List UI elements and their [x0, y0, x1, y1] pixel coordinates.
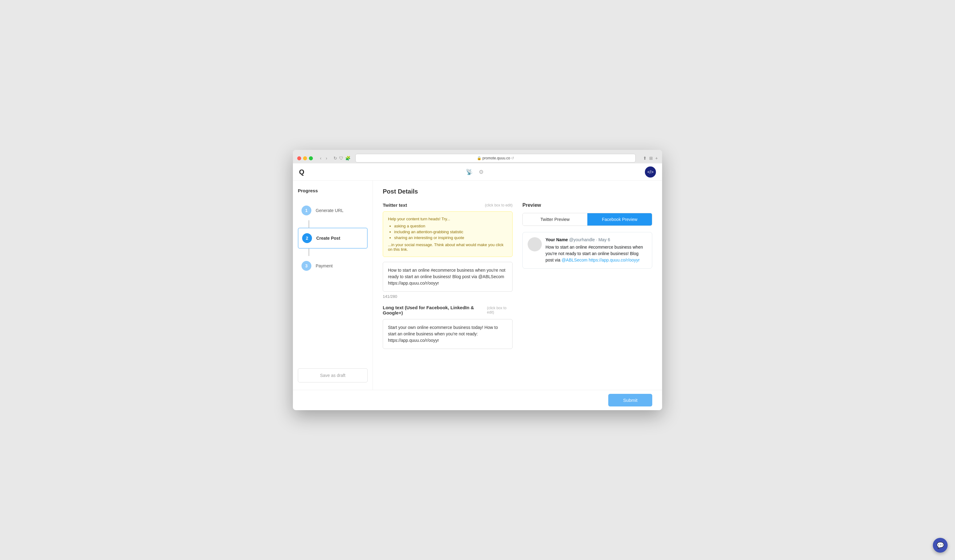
- tip-item-2: including an attention-grabbing statisti…: [394, 230, 507, 234]
- twitter-card-content: Your Name @yourhandle · May 6 How to sta…: [545, 237, 647, 263]
- close-button[interactable]: [297, 156, 301, 160]
- tip-footer: ...in your social message. Think about w…: [388, 242, 507, 252]
- url-display: promote.quuu.co: [482, 156, 510, 160]
- char-count: 141/280: [383, 294, 513, 299]
- step-payment[interactable]: 3 Payment: [298, 256, 368, 276]
- page-title: Post Details: [383, 188, 652, 195]
- save-draft-section: Save as draft: [298, 362, 368, 382]
- long-text-label: Long text (Used for Facebook, LinkedIn &…: [383, 305, 487, 315]
- step-2-label: Create Post: [316, 236, 340, 241]
- step-generate-url[interactable]: 1 Generate URL: [298, 200, 368, 220]
- step-3-label: Payment: [316, 263, 333, 268]
- step-3-circle: 3: [302, 261, 312, 271]
- step-2-circle: 2: [302, 233, 312, 243]
- sidebar: Progress 1 Generate URL 2 Create Post 3: [293, 181, 373, 390]
- twitter-date-value: May 6: [598, 237, 610, 242]
- preview-title: Preview: [523, 202, 652, 208]
- submit-button[interactable]: Submit: [608, 394, 652, 407]
- progress-title: Progress: [298, 188, 368, 193]
- extension-icon: 🧩: [345, 156, 351, 161]
- app-header: Q 📡 ⚙ </>: [293, 163, 662, 181]
- main-content: Post Details Twitter text (click box to …: [373, 181, 662, 390]
- step-create-post[interactable]: 2 Create Post: [298, 228, 368, 249]
- user-avatar[interactable]: </>: [645, 166, 656, 178]
- app-footer: Submit: [293, 390, 662, 410]
- twitter-date: ·: [596, 237, 598, 242]
- step-connector-1: [308, 220, 309, 228]
- left-column: Twitter text (click box to edit) Help yo…: [383, 202, 513, 349]
- twitter-preview-tab[interactable]: Twitter Preview: [523, 213, 587, 225]
- settings-icon: ⚙: [479, 169, 484, 175]
- twitter-text-section-header: Twitter text (click box to edit): [383, 202, 513, 208]
- signal-icon: 📡: [466, 169, 473, 175]
- reload-button[interactable]: ↻: [333, 156, 337, 161]
- twitter-name: Your Name: [545, 237, 568, 242]
- long-text-section-header: Long text (Used for Facebook, LinkedIn &…: [383, 305, 513, 315]
- chat-icon: 💬: [936, 541, 944, 549]
- long-text-content-box[interactable]: Start your own online ecommerce business…: [383, 319, 513, 349]
- click-to-edit-hint: (click box to edit): [485, 203, 513, 207]
- minimize-button[interactable]: [303, 156, 307, 160]
- twitter-preview-card: Your Name @yourhandle · May 6 How to sta…: [523, 232, 652, 269]
- twitter-avatar: [528, 237, 542, 251]
- forward-button[interactable]: ›: [324, 155, 329, 161]
- reload-icon: ↺: [511, 156, 514, 160]
- twitter-text-label: Twitter text: [383, 202, 407, 208]
- chat-bubble-button[interactable]: 💬: [933, 538, 948, 553]
- twitter-card-text: How to start an online #ecommerce busine…: [545, 244, 647, 263]
- right-column: Preview Twitter Preview Facebook Preview…: [523, 202, 652, 349]
- shield-icon: 🛡: [339, 156, 343, 161]
- tweet-content-box[interactable]: How to start an online #ecommerce busine…: [383, 262, 513, 292]
- address-bar[interactable]: 🔒 promote.quuu.co ↺: [355, 154, 635, 163]
- tip-item-3: sharing an interesting or inspiring quot…: [394, 235, 507, 240]
- preview-tabs: Twitter Preview Facebook Preview: [523, 213, 652, 226]
- tip-item-1: asking a question: [394, 224, 507, 228]
- tab-overview-button[interactable]: ⊞: [649, 156, 653, 161]
- app-logo: Q: [299, 168, 304, 176]
- save-draft-button[interactable]: Save as draft: [298, 368, 368, 382]
- twitter-card-header: Your Name @yourhandle · May 6: [545, 237, 647, 242]
- share-button[interactable]: ⬆: [643, 156, 647, 161]
- step-1-label: Generate URL: [316, 208, 343, 213]
- fullscreen-button[interactable]: [309, 156, 313, 160]
- progress-steps: 1 Generate URL 2 Create Post 3 Payment: [298, 200, 368, 362]
- long-text-click-edit: (click box to edit): [487, 306, 513, 314]
- step-connector-2: [308, 249, 309, 256]
- back-button[interactable]: ‹: [318, 155, 323, 161]
- add-tab-button[interactable]: +: [655, 156, 658, 161]
- tip-box: Help your content turn heads! Try... ask…: [383, 211, 513, 257]
- lock-icon: 🔒: [477, 156, 482, 160]
- twitter-handle: @yourhandle: [569, 237, 595, 242]
- tip-list: asking a question including an attention…: [394, 224, 507, 240]
- facebook-preview-tab[interactable]: Facebook Preview: [587, 213, 652, 225]
- traffic-lights: [297, 156, 313, 160]
- tip-heading: Help your content turn heads! Try...: [388, 217, 507, 221]
- twitter-url-link[interactable]: https://app.quuu.co/r/ooyyr: [589, 258, 640, 263]
- twitter-mention-link[interactable]: @ABLSecom: [562, 258, 587, 263]
- step-1-circle: 1: [302, 205, 312, 215]
